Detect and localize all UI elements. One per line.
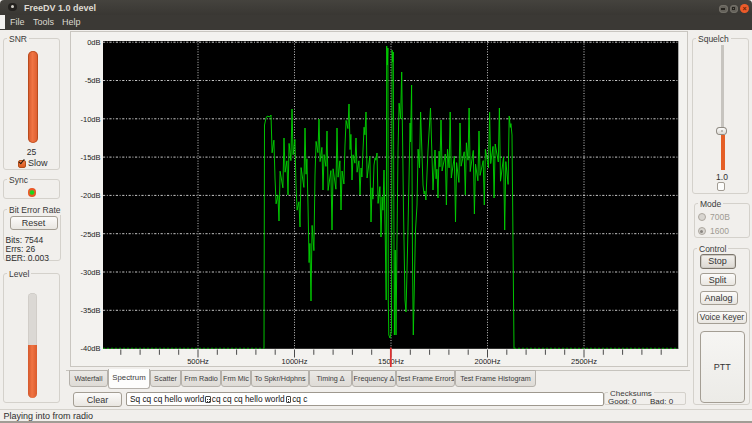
svg-text:2500Hz: 2500Hz xyxy=(571,357,597,366)
svg-text:0dB: 0dB xyxy=(87,38,100,47)
svg-text:500Hz: 500Hz xyxy=(187,357,209,366)
svg-text:-20dB: -20dB xyxy=(80,191,100,200)
svg-text:2000Hz: 2000Hz xyxy=(475,357,501,366)
svg-text:-35dB: -35dB xyxy=(80,306,100,315)
svg-text:-10dB: -10dB xyxy=(80,115,100,124)
svg-text:1000Hz: 1000Hz xyxy=(282,357,308,366)
svg-text:-5dB: -5dB xyxy=(85,76,101,85)
svg-text:-40dB: -40dB xyxy=(80,344,100,353)
svg-text:-30dB: -30dB xyxy=(80,268,100,277)
svg-text:-15dB: -15dB xyxy=(80,153,100,162)
svg-text:-25dB: -25dB xyxy=(80,230,100,239)
